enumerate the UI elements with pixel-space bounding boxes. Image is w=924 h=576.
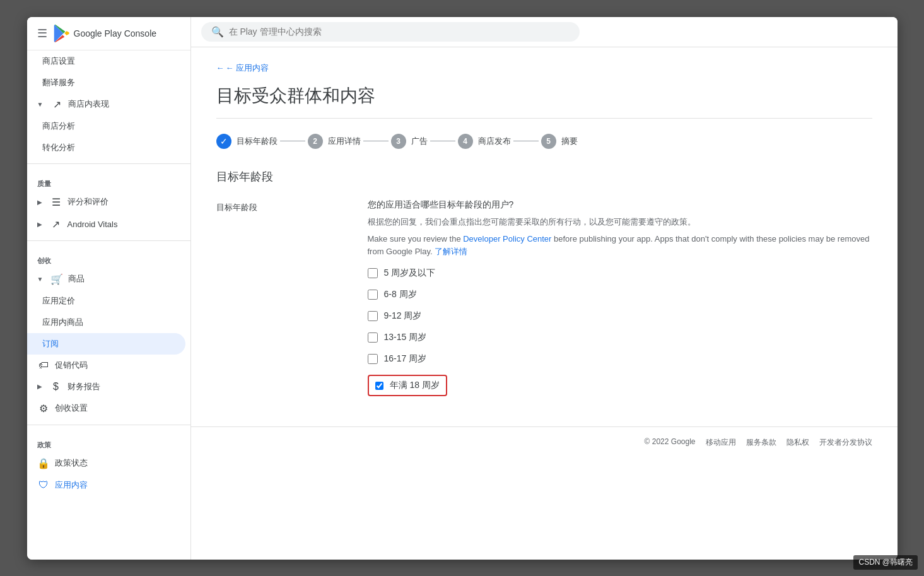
sidebar-label: 政策状态	[55, 457, 88, 469]
divider-2	[27, 240, 190, 241]
footer-privacy[interactable]: 隐私权	[787, 437, 809, 448]
checkbox-age6-input[interactable]	[375, 382, 383, 390]
sidebar-label: 订阅	[42, 338, 59, 350]
developer-policy-link[interactable]: Developer Policy Center	[463, 234, 551, 244]
section-policy: 政策	[27, 430, 190, 452]
sidebar-label: 应用定价	[42, 295, 75, 307]
footer-terms[interactable]: 服务条款	[746, 437, 776, 448]
checkbox-age4[interactable]: 13-15 周岁	[368, 332, 872, 343]
sidebar-item-subscriptions[interactable]: 订阅	[27, 333, 185, 355]
step-5: 5 摘要	[541, 134, 578, 149]
sidebar-label: 商品	[68, 273, 85, 285]
sidebar-item-store-analysis[interactable]: 商店分析	[27, 115, 190, 137]
trend-icon: ↗	[50, 98, 63, 110]
expand-icon: ▶	[37, 383, 42, 390]
checkbox-age3[interactable]: 9-12 周岁	[368, 310, 872, 322]
step-4: 4 商店发布	[458, 134, 511, 149]
sidebar-item-monetize-settings[interactable]: ⚙ 创收设置	[27, 397, 190, 420]
expand-icon: ▼	[37, 276, 44, 283]
divider-3	[27, 425, 190, 425]
checkbox-age6-highlighted[interactable]: 年满 18 周岁	[368, 375, 447, 396]
logo: Google Play Console	[52, 25, 157, 42]
step-2-label: 应用详情	[328, 136, 361, 147]
form-label: 目标年龄段	[216, 199, 342, 397]
menu-icon[interactable]: ☰	[37, 26, 47, 40]
sidebar-item-store-settings[interactable]: 商店设置	[27, 50, 190, 72]
learn-more-link[interactable]: 了解详情	[435, 247, 467, 256]
breadcrumb-text: ← 应用内容	[226, 62, 269, 74]
sidebar-item-translation[interactable]: 翻译服务	[27, 72, 190, 93]
checkbox-age2[interactable]: 6-8 周岁	[368, 289, 872, 300]
expand-icon: ▼	[37, 101, 44, 108]
step-1-icon: ✓	[216, 134, 231, 149]
step-3: 3 广告	[391, 134, 428, 149]
sidebar-label: 财务报告	[67, 381, 100, 392]
watermark: CSDN @韩曙亮	[853, 555, 918, 570]
checkbox-age4-input[interactable]	[368, 332, 378, 343]
form-question: 您的应用适合哪些目标年龄段的用户?	[368, 199, 872, 211]
divider-1	[27, 163, 190, 164]
step-3-icon: 3	[391, 134, 406, 149]
sidebar-label: 促销代码	[55, 360, 88, 371]
checkbox-age6-label: 年满 18 周岁	[390, 380, 440, 391]
sidebar-label: 创收设置	[55, 403, 88, 414]
cart-icon: 🛒	[50, 273, 63, 285]
form-description: 根据您的回复，我们会重点指出您可能需要采取的所有行动，以及您可能需要遵守的政策。	[368, 216, 872, 228]
sidebar-item-promo-codes[interactable]: 🏷 促销代码	[27, 355, 190, 376]
checkbox-age1-label: 5 周岁及以下	[384, 267, 436, 279]
sidebar: ☰ Google Play Console 商店设置 翻译服务	[27, 17, 191, 560]
sidebar-label: 商店设置	[42, 56, 75, 67]
step-connector-4	[513, 141, 539, 141]
main-content: ← ← 应用内容 目标受众群体和内容 ✓ 目标年龄段	[191, 47, 898, 560]
search-input[interactable]	[229, 26, 570, 37]
sidebar-item-app-pricing[interactable]: 应用定价	[27, 290, 190, 312]
form-description-en: Make sure you review the Developer Polic…	[368, 233, 872, 257]
sidebar-item-conversion[interactable]: 转化分析	[27, 137, 190, 158]
sidebar-header: ☰ Google Play Console	[27, 17, 190, 50]
step-2-icon: 2	[308, 134, 323, 149]
sidebar-item-app-content[interactable]: 🛡 应用内容	[27, 474, 190, 496]
sidebar-item-in-app-products[interactable]: 应用内商品	[27, 312, 190, 333]
section-monetize: 创收	[27, 246, 190, 268]
step-1: ✓ 目标年龄段	[216, 134, 278, 149]
sidebar-item-products[interactable]: ▼ 🛒 商品	[27, 268, 190, 290]
checkbox-age2-label: 6-8 周岁	[384, 289, 417, 300]
checkbox-age5[interactable]: 16-17 周岁	[368, 353, 872, 365]
checkbox-age3-input[interactable]	[368, 311, 378, 321]
checkbox-age2-input[interactable]	[368, 290, 378, 300]
shield-icon: 🛡	[37, 479, 50, 491]
sidebar-label: 应用内容	[55, 479, 88, 491]
footer-copyright: © 2022 Google	[645, 437, 696, 448]
step-connector-3	[430, 141, 455, 141]
search-icon: 🔍	[211, 26, 224, 38]
checkbox-group: 5 周岁及以下 6-8 周岁 9-12 周岁	[368, 267, 872, 396]
tag-icon: 🏷	[37, 360, 50, 371]
sidebar-item-financial-reports[interactable]: ▶ $ 财务报告	[27, 376, 190, 397]
sidebar-item-android-vitals[interactable]: ▶ ↗ Android Vitals	[27, 213, 190, 235]
step-4-icon: 4	[458, 134, 473, 149]
step-connector-1	[280, 141, 305, 141]
step-4-label: 商店发布	[478, 136, 511, 147]
sidebar-label: 应用内商品	[42, 317, 83, 328]
sidebar-label: 评分和评价	[67, 196, 108, 208]
expand-icon: ▶	[37, 221, 42, 228]
sidebar-label: 翻译服务	[42, 77, 75, 88]
footer-developer-agreement[interactable]: 开发者分发协议	[819, 437, 872, 448]
checkbox-age4-label: 13-15 周岁	[384, 332, 427, 343]
step-1-label: 目标年龄段	[237, 136, 278, 147]
lock-icon: 🔒	[37, 457, 50, 469]
vitals-icon: ↗	[50, 218, 62, 230]
step-5-icon: 5	[541, 134, 556, 149]
step-2: 2 应用详情	[308, 134, 361, 149]
sidebar-item-ratings[interactable]: ▶ ☰ 评分和评价	[27, 191, 190, 213]
footer-mobile-app[interactable]: 移动应用	[706, 437, 736, 448]
gear-icon: ⚙	[37, 403, 50, 414]
checkbox-age1[interactable]: 5 周岁及以下	[368, 267, 872, 279]
sidebar-item-policy-status[interactable]: 🔒 政策状态	[27, 452, 190, 474]
sidebar-item-store-performance[interactable]: ▼ ↗ 商店内表现	[27, 93, 190, 115]
checkbox-age1-input[interactable]	[368, 268, 378, 278]
search-bar[interactable]: 🔍	[201, 22, 580, 42]
step-5-label: 摘要	[561, 136, 578, 147]
breadcrumb[interactable]: ← ← 应用内容	[216, 62, 872, 74]
checkbox-age5-input[interactable]	[368, 354, 378, 364]
